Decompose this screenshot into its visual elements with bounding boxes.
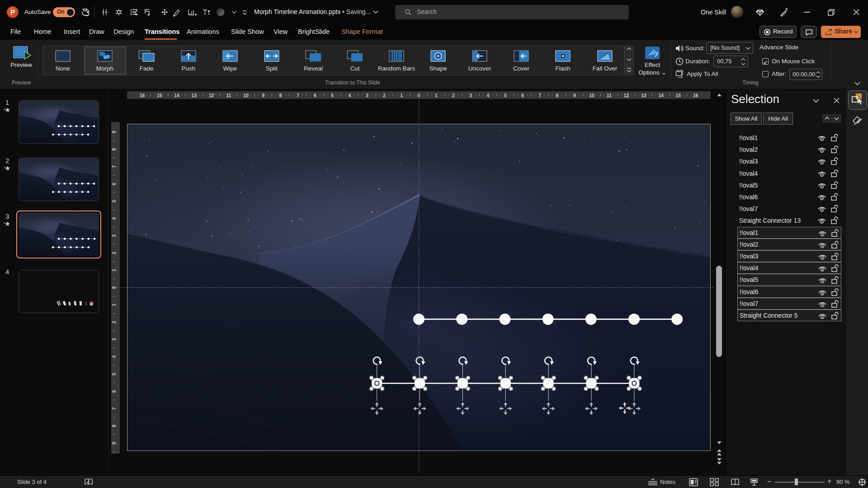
- svg-text:5: 5: [331, 93, 334, 98]
- svg-text:1: 1: [111, 304, 117, 306]
- svg-text:2: 2: [111, 321, 117, 324]
- svg-text:9: 9: [111, 442, 117, 445]
- svg-text:2: 2: [452, 93, 455, 98]
- svg-text:4: 4: [111, 355, 117, 358]
- svg-text:13: 13: [191, 93, 197, 98]
- svg-text:7: 7: [111, 165, 117, 168]
- svg-text:3: 3: [111, 235, 117, 237]
- svg-text:9: 9: [573, 93, 576, 98]
- svg-text:2: 2: [383, 93, 386, 98]
- svg-text:16: 16: [693, 93, 698, 98]
- svg-text:11: 11: [226, 93, 231, 98]
- svg-text:4: 4: [487, 93, 490, 98]
- svg-text:1: 1: [400, 93, 403, 98]
- svg-text:6: 6: [111, 390, 117, 393]
- svg-text:2: 2: [111, 252, 117, 254]
- svg-text:9: 9: [111, 131, 117, 133]
- svg-text:6: 6: [111, 183, 117, 185]
- svg-text:12: 12: [624, 93, 629, 98]
- svg-text:10: 10: [243, 93, 249, 98]
- svg-text:6: 6: [521, 93, 524, 98]
- svg-text:7: 7: [297, 93, 299, 98]
- svg-text:7: 7: [538, 93, 541, 98]
- svg-text:8: 8: [556, 93, 559, 98]
- svg-text:14: 14: [174, 93, 179, 98]
- svg-text:10: 10: [589, 93, 594, 98]
- svg-text:3: 3: [366, 93, 368, 98]
- svg-text:11: 11: [607, 93, 612, 98]
- svg-text:9: 9: [262, 93, 264, 98]
- svg-text:4: 4: [349, 93, 351, 98]
- svg-text:8: 8: [111, 148, 117, 150]
- svg-text:3: 3: [111, 338, 117, 341]
- svg-text:8: 8: [279, 93, 282, 98]
- svg-text:13: 13: [641, 93, 646, 98]
- svg-text:1: 1: [111, 269, 117, 272]
- svg-text:6: 6: [314, 93, 316, 98]
- svg-text:3: 3: [469, 93, 472, 98]
- svg-text:5: 5: [111, 373, 117, 375]
- svg-text:14: 14: [658, 93, 664, 98]
- svg-text:0: 0: [418, 93, 420, 98]
- svg-text:7: 7: [111, 407, 117, 410]
- svg-text:5: 5: [504, 93, 507, 98]
- svg-text:4: 4: [111, 217, 117, 220]
- svg-text:8: 8: [111, 424, 117, 427]
- svg-text:15: 15: [675, 93, 681, 98]
- svg-text:15: 15: [157, 93, 162, 98]
- svg-text:1: 1: [435, 93, 438, 98]
- svg-text:12: 12: [209, 93, 214, 98]
- svg-text:5: 5: [111, 200, 117, 202]
- svg-text:16: 16: [140, 93, 145, 98]
